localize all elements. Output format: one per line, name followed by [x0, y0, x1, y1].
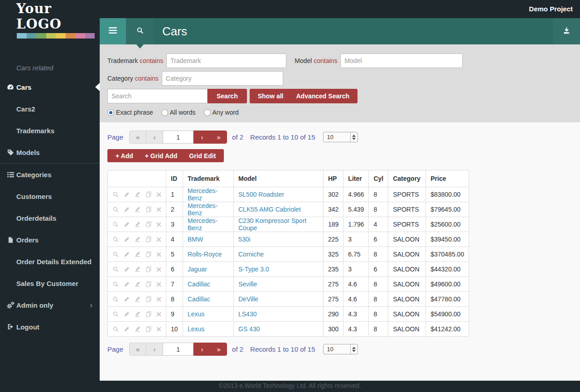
model-field[interactable] [340, 53, 463, 68]
sidebar-item-cars[interactable]: Cars [0, 76, 100, 98]
model-link[interactable]: Corniche [238, 251, 264, 258]
view-icon[interactable] [112, 206, 119, 213]
view-icon[interactable] [112, 191, 119, 198]
trademark-link[interactable]: Mercedes-Benz [188, 202, 218, 217]
inline-edit-icon[interactable] [135, 281, 141, 287]
inline-edit-icon[interactable] [135, 206, 141, 213]
edit-icon[interactable] [124, 326, 130, 332]
prev-page-button[interactable]: ‹ [146, 131, 163, 144]
view-icon[interactable] [112, 281, 119, 288]
edit-icon[interactable] [124, 221, 130, 227]
copy-icon[interactable] [145, 206, 152, 213]
copy-icon[interactable] [145, 221, 152, 227]
first-page-button[interactable]: « [129, 343, 146, 356]
edit-icon[interactable] [124, 281, 130, 287]
copy-icon[interactable] [145, 191, 152, 198]
sidebar-item-orderdetails[interactable]: Orderdetails [0, 207, 100, 229]
model-link[interactable]: C230 Kompressor Sport Coupe [238, 217, 306, 232]
sidebar-item-logout[interactable]: Logout [0, 316, 100, 338]
delete-icon[interactable] [156, 237, 161, 242]
sidebar-item-order-details-extended[interactable]: Order Details Extended [0, 251, 100, 272]
trademark-link[interactable]: Lexus [188, 310, 204, 318]
edit-icon[interactable] [124, 206, 130, 213]
inline-edit-icon[interactable] [135, 251, 141, 257]
sidebar-item-cars2[interactable]: Cars2 [0, 98, 100, 120]
delete-icon[interactable] [156, 282, 161, 287]
delete-icon[interactable] [156, 312, 161, 317]
copy-icon[interactable] [145, 326, 152, 332]
trademark-link[interactable]: BMW [188, 236, 203, 243]
page-number-input[interactable] [163, 131, 193, 144]
next-page-button[interactable]: › [193, 131, 210, 144]
radio-exact-phrase[interactable]: Exact phrase [107, 109, 153, 116]
sidebar-item-sales-by-customer[interactable]: Sales By Customer [0, 272, 100, 294]
category-field[interactable] [162, 71, 283, 86]
view-icon[interactable] [112, 326, 119, 333]
trademark-link[interactable]: Jaguar [188, 266, 207, 273]
export-button[interactable] [553, 18, 580, 44]
sidebar-item-categories[interactable]: Categories [0, 164, 100, 185]
sidebar-item-models[interactable]: Models [0, 141, 100, 163]
sidebar-item-trademarks[interactable]: Trademarks [0, 120, 100, 141]
delete-icon[interactable] [156, 252, 161, 257]
sidebar-item-customers[interactable]: Customers [0, 185, 100, 207]
inline-edit-icon[interactable] [135, 266, 141, 272]
search-button[interactable]: Search [208, 89, 247, 103]
delete-icon[interactable] [156, 207, 161, 212]
model-link[interactable]: Seville [238, 281, 257, 288]
copy-icon[interactable] [145, 266, 152, 272]
edit-icon[interactable] [124, 311, 130, 317]
trademark-link[interactable]: Lexus [188, 325, 204, 333]
copy-icon[interactable] [145, 296, 152, 302]
view-icon[interactable] [112, 221, 119, 228]
edit-icon[interactable] [124, 251, 130, 257]
view-icon[interactable] [112, 311, 119, 318]
prev-page-button[interactable]: ‹ [146, 343, 163, 356]
search-input[interactable] [107, 89, 208, 103]
edit-icon[interactable] [124, 236, 130, 242]
view-icon[interactable] [112, 236, 119, 243]
model-link[interactable]: GS 430 [238, 325, 260, 333]
edit-icon[interactable] [124, 191, 130, 198]
inline-edit-icon[interactable] [135, 236, 141, 242]
sidebar-item-admin-only[interactable]: Admin only› [0, 294, 100, 316]
view-icon[interactable] [112, 296, 119, 303]
grid-add-button[interactable]: + Grid Add [139, 152, 183, 160]
grid-edit-button[interactable]: Grid Edit [183, 152, 222, 160]
copy-icon[interactable] [145, 281, 152, 287]
page-size-select[interactable]: 10 [323, 344, 358, 354]
delete-icon[interactable] [156, 192, 161, 197]
menu-toggle-button[interactable] [100, 18, 126, 44]
model-link[interactable]: CLK55 AMG Cabriolet [238, 206, 301, 213]
next-page-button[interactable]: › [193, 343, 210, 356]
page-size-select[interactable]: 10 [323, 132, 358, 142]
inline-edit-icon[interactable] [135, 326, 141, 332]
sidebar-item-orders[interactable]: Orders [0, 229, 100, 251]
advanced-search-button[interactable]: Advanced Search [290, 92, 356, 100]
radio-any-word[interactable]: Any word [204, 109, 239, 116]
search-toggle-button[interactable] [126, 18, 154, 44]
model-link[interactable]: 530i [238, 236, 250, 243]
copy-icon[interactable] [145, 251, 152, 257]
delete-icon[interactable] [156, 297, 161, 302]
inline-edit-icon[interactable] [135, 191, 141, 198]
model-link[interactable]: DeVille [238, 295, 258, 303]
model-link[interactable]: LS430 [238, 310, 256, 318]
edit-icon[interactable] [124, 266, 130, 272]
radio-all-words[interactable]: All words [161, 109, 196, 116]
copy-icon[interactable] [145, 311, 152, 317]
inline-edit-icon[interactable] [135, 296, 141, 302]
view-icon[interactable] [112, 251, 119, 258]
delete-icon[interactable] [156, 327, 161, 332]
last-page-button[interactable]: » [210, 343, 227, 356]
model-link[interactable]: S-Type 3.0 [238, 266, 269, 273]
inline-edit-icon[interactable] [135, 221, 141, 227]
trademark-field[interactable] [166, 53, 286, 68]
trademark-link[interactable]: Mercedes-Benz [188, 187, 218, 202]
last-page-button[interactable]: » [210, 131, 227, 144]
view-icon[interactable] [112, 266, 119, 273]
delete-icon[interactable] [156, 222, 161, 227]
edit-icon[interactable] [124, 296, 130, 302]
delete-icon[interactable] [156, 267, 161, 272]
show-all-button[interactable]: Show all [251, 92, 290, 100]
